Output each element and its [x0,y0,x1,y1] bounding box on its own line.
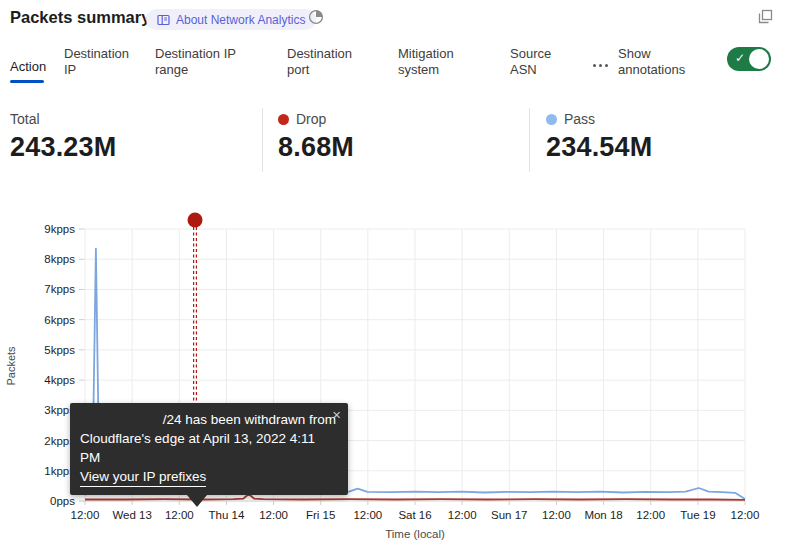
tab-destination-ip-range[interactable]: Destination IP range [155,46,247,78]
toggle-knob [749,49,769,69]
tab-destination-ip[interactable]: Destination IP [64,46,140,78]
stat-pass-label: Pass [564,111,595,127]
tooltip-line1: /24 has been withdrawn from [80,410,338,429]
x-axis-label: Time (local) [315,528,515,540]
book-icon [157,14,170,26]
stat-drop-label: Drop [296,111,326,127]
badge-label: About Network Analytics [176,13,305,27]
x-tick-label: Tue 19 [680,509,715,521]
x-tick-label: 12:00 [71,509,100,521]
tab-source-asn[interactable]: Source ASN [510,46,562,78]
tab-destination-port[interactable]: Destination port [287,46,363,78]
pass-legend-dot [546,114,557,125]
y-tick-label: 8kpps [44,253,75,265]
tooltip-caret [187,495,207,507]
x-tick-label: 12:00 [636,509,665,521]
show-annotations-label: Show annotations [618,46,708,78]
y-tick-label: 7kpps [44,283,75,295]
stat-total-value: 243.23M [10,132,116,163]
stat-drop-value: 8.68M [278,132,354,163]
drop-legend-dot [278,114,289,125]
y-tick-label: 0pps [50,495,75,507]
tab-action[interactable]: Action [10,59,46,75]
x-tick-label: 12:00 [448,509,477,521]
annotation-dot[interactable] [188,213,203,228]
stat-pass-value: 234.54M [546,132,652,163]
annotation-tooltip: × /24 has been withdrawn from Cloudflare… [70,403,348,495]
close-icon[interactable]: × [332,405,341,424]
page-title: Packets summary [10,8,150,27]
view-ip-prefixes-link[interactable]: View your IP prefixes [80,467,206,487]
stat-drop: Drop 8.68M [278,111,354,163]
y-tick-label: 6kpps [44,314,75,326]
x-tick-label: 12:00 [731,509,760,521]
tooltip-line2: Cloudflare's edge at April 13, 2022 4:11… [80,429,338,467]
x-tick-label: 12:00 [165,509,194,521]
x-tick-label: Sun 17 [491,509,527,521]
stat-total-label: Total [10,111,40,127]
tab-mitigation-system[interactable]: Mitigation system [398,46,468,78]
x-tick-label: Mon 18 [584,509,622,521]
check-icon: ✓ [735,51,745,65]
x-tick-label: 12:00 [259,509,288,521]
more-tabs-button[interactable] [593,64,608,67]
x-tick-label: Fri 15 [306,509,335,521]
y-tick-label: 5kpps [44,344,75,356]
about-network-analytics-badge[interactable]: About Network Analytics [146,9,316,30]
packets-summary-panel: Packets summary About Network Analytics … [0,0,785,555]
pie-clock-icon[interactable] [308,9,324,29]
y-tick-label: 4kpps [44,374,75,386]
x-tick-label: Thu 14 [209,509,245,521]
popout-icon[interactable] [758,9,773,28]
packets-time-chart[interactable]: 0pps1kpps2kpps3kpps4kpps5kpps6kpps7kpps8… [0,205,785,555]
stat-pass: Pass 234.54M [546,111,652,163]
x-tick-label: Wed 13 [112,509,151,521]
divider [529,108,530,172]
x-tick-label: 12:00 [353,509,382,521]
show-annotations-toggle[interactable]: ✓ [727,47,771,71]
stat-total: Total 243.23M [10,111,116,163]
divider [262,108,263,172]
y-tick-label: 9kpps [44,223,75,235]
x-tick-label: Sat 16 [398,509,431,521]
x-tick-label: 12:00 [542,509,571,521]
